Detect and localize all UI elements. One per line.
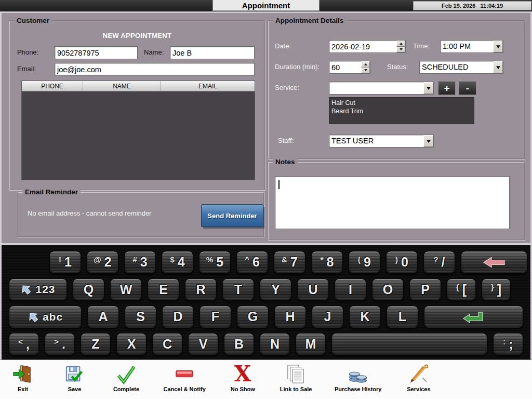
key-;[interactable]: :; — [493, 333, 523, 356]
key-1[interactable]: !1 — [49, 251, 81, 274]
time-dropdown-arrow-icon[interactable] — [493, 41, 503, 52]
key-R[interactable]: R — [185, 278, 217, 301]
key-G[interactable]: G — [237, 305, 269, 328]
customer-table-body[interactable] — [22, 91, 255, 180]
phone-input[interactable] — [55, 46, 138, 59]
duration-input[interactable] — [329, 61, 361, 73]
key-L[interactable]: L — [387, 305, 418, 328]
service-list-item[interactable]: Beard Trim — [331, 107, 472, 115]
red-x-icon: X — [232, 363, 253, 385]
toolbar-save[interactable]: Save — [60, 363, 89, 392]
time-dropdown[interactable]: 1:00 PM — [440, 40, 503, 53]
key-3[interactable]: #3 — [124, 251, 156, 274]
shift-abc-key[interactable]: abc — [9, 305, 82, 328]
staff-dropdown-arrow-icon[interactable] — [423, 135, 433, 147]
key-6[interactable]: ^6 — [236, 251, 268, 274]
date-spin-up-icon[interactable] — [396, 41, 405, 47]
keyboard-row-4: <,>.ZXCVBNM:; — [9, 333, 523, 356]
main-panel: Customer NEW APPOINTMENT Phone: Name: Em… — [0, 11, 532, 244]
table-column-name[interactable]: NAME — [83, 81, 161, 91]
key-4[interactable]: $4 — [162, 251, 193, 274]
key-V[interactable]: V — [188, 333, 218, 356]
toolbar-item-label: No Show — [231, 386, 255, 392]
status-dropdown[interactable]: SCHEDULED — [419, 61, 503, 74]
key-W[interactable]: W — [110, 278, 142, 301]
customer-table-header: PHONENAMEEMAIL — [22, 81, 255, 91]
key-K[interactable]: K — [349, 305, 381, 328]
toolbar-item-label: Complete — [113, 386, 139, 392]
toolbar-exit[interactable]: Exit — [8, 363, 37, 392]
key-2[interactable]: @2 — [87, 251, 118, 274]
date-spin-down-icon[interactable] — [396, 47, 405, 53]
key-J[interactable]: J — [312, 305, 343, 328]
customer-search-table: PHONENAMEEMAIL — [21, 81, 255, 180]
toolbar-cancel-notify[interactable]: Cancel & Notify — [163, 363, 205, 392]
toolbar-item-label: Exit — [18, 386, 28, 392]
key-.[interactable]: >. — [45, 333, 75, 356]
key-N[interactable]: N — [260, 333, 290, 356]
key-Y[interactable]: Y — [260, 278, 291, 301]
toolbar-link-to-sale[interactable]: Link to Sale — [280, 363, 312, 392]
table-column-email[interactable]: EMAIL — [161, 81, 255, 91]
name-input[interactable] — [170, 46, 255, 59]
enter-key[interactable] — [424, 305, 523, 328]
notes-textarea[interactable] — [275, 176, 510, 229]
service-dropdown-arrow-icon[interactable] — [423, 82, 433, 94]
key-8[interactable]: *8 — [311, 251, 343, 274]
key-I[interactable]: I — [335, 278, 366, 301]
key-O[interactable]: O — [372, 278, 404, 301]
key-,[interactable]: <, — [9, 333, 39, 356]
key-B[interactable]: B — [224, 333, 254, 356]
key-S[interactable]: S — [125, 305, 156, 328]
key-[[interactable]: {[ — [447, 278, 476, 301]
toolbar-no-show[interactable]: XNo Show — [228, 363, 257, 392]
key-X[interactable]: X — [116, 333, 147, 356]
key-U[interactable]: U — [297, 278, 329, 301]
add-service-button[interactable]: + — [438, 81, 456, 95]
service-dropdown[interactable] — [329, 82, 434, 95]
key-0[interactable]: )0 — [386, 251, 418, 274]
staff-dropdown[interactable]: TEST USER — [329, 135, 434, 148]
key-9[interactable]: (9 — [349, 251, 380, 274]
key-/[interactable]: ?/ — [423, 251, 455, 274]
key-T[interactable]: T — [222, 278, 254, 301]
backspace-key[interactable] — [461, 251, 527, 274]
appointment-window: Appointment Feb 19. 2026 11:04:19 Custom… — [0, 0, 532, 399]
key-A[interactable]: A — [87, 305, 119, 328]
space-key[interactable] — [331, 333, 487, 356]
key-H[interactable]: H — [274, 305, 306, 328]
key-P[interactable]: P — [409, 278, 441, 301]
key-C[interactable]: C — [152, 333, 182, 356]
duration-spin-up-icon[interactable] — [361, 61, 370, 68]
toolbar-item-label: Link to Sale — [280, 386, 312, 392]
duration-spin-down-icon[interactable] — [361, 68, 370, 74]
key-Q[interactable]: Q — [73, 278, 104, 301]
status-value: SCHEDULED — [420, 61, 493, 73]
shift-123-key[interactable]: 123 — [9, 278, 67, 301]
table-column-phone[interactable]: PHONE — [22, 81, 83, 91]
email-input[interactable] — [55, 63, 255, 76]
date-label: Date: — [275, 42, 291, 50]
key-Z[interactable]: Z — [81, 333, 111, 356]
key-D[interactable]: D — [162, 305, 194, 328]
reminder-status-text: No email address - cannot send reminder — [28, 209, 151, 217]
duration-label: Duration (min): — [275, 63, 320, 71]
send-reminder-button[interactable]: Send Reminder — [201, 204, 263, 227]
key-M[interactable]: M — [296, 333, 326, 356]
exit-door-icon — [13, 363, 33, 385]
service-list-item[interactable]: Hair Cut — [331, 99, 472, 107]
crossed-tools-icon — [409, 363, 429, 385]
key-5[interactable]: %5 — [199, 251, 231, 274]
key-F[interactable]: F — [200, 305, 231, 328]
key-E[interactable]: E — [148, 278, 179, 301]
status-dropdown-arrow-icon[interactable] — [493, 61, 503, 73]
services-listbox[interactable]: Hair CutBeard Trim — [329, 97, 474, 124]
toolbar-complete[interactable]: Complete — [112, 363, 141, 392]
key-7[interactable]: &7 — [274, 251, 305, 274]
toolbar-purchase-history[interactable]: Purchase History — [335, 363, 381, 392]
time-label: Time: — [413, 42, 430, 50]
date-input[interactable] — [329, 41, 396, 52]
toolbar-services[interactable]: Services — [404, 363, 433, 392]
key-][interactable]: }] — [482, 278, 511, 301]
remove-service-button[interactable]: - — [459, 81, 476, 95]
